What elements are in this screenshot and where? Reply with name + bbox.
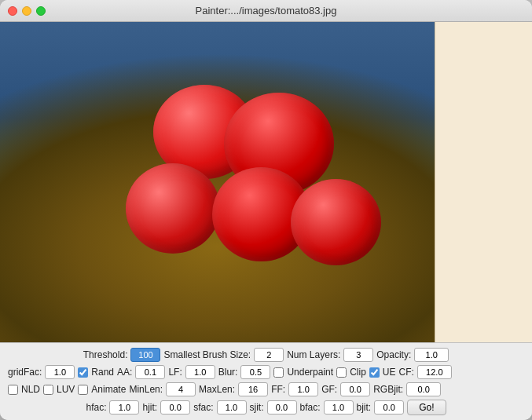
control-row-4: hfac: hjit: sfac: sjit: bfac: bjit: Go! <box>8 400 524 415</box>
nld-checkbox[interactable] <box>8 385 18 395</box>
lf-input[interactable] <box>185 365 215 379</box>
traffic-lights <box>8 6 46 16</box>
rgbjit-label: RGBjit: <box>373 384 403 395</box>
image-area <box>0 22 435 342</box>
side-panel <box>435 22 532 342</box>
clip-label: Clip <box>350 367 366 378</box>
maxlen-label: MaxLen: <box>199 384 235 395</box>
maxlen-input[interactable] <box>238 382 268 396</box>
hands-layer <box>0 22 435 342</box>
hjit-label: hjit: <box>142 402 157 413</box>
threshold-label: Threshold: <box>83 349 128 360</box>
threshold-input[interactable] <box>130 348 160 362</box>
lf-label: LF: <box>168 367 182 378</box>
rand-checkbox[interactable] <box>78 367 88 378</box>
num-layers-label: Num Layers: <box>287 349 340 360</box>
ue-label: UE <box>383 367 396 378</box>
tomato-3 <box>126 163 220 254</box>
tomato-5 <box>291 179 381 265</box>
nld-label: NLD <box>21 384 40 395</box>
animate-checkbox[interactable] <box>78 385 88 395</box>
ue-checkbox[interactable] <box>369 367 380 378</box>
blur-label: Blur: <box>218 367 238 378</box>
titlebar: Painter:.../images/tomato83.jpg <box>0 0 532 22</box>
gridfac-label: gridFac: <box>8 367 42 378</box>
gf-input[interactable] <box>340 382 370 396</box>
bjit-input[interactable] <box>374 400 404 415</box>
aa-label: AA: <box>117 367 132 378</box>
control-row-3: NLD LUV Animate MinLen: MaxLen: FF: GF: … <box>8 382 524 396</box>
aa-input[interactable] <box>135 365 165 379</box>
animate-label: Animate <box>91 384 126 395</box>
cf-label: CF: <box>398 367 413 378</box>
cf-input[interactable] <box>417 365 452 379</box>
minlen-label: MinLen: <box>129 384 163 395</box>
hfac-label: hfac: <box>86 402 106 413</box>
luv-label: LUV <box>57 384 75 395</box>
blur-input[interactable] <box>240 365 270 379</box>
minimize-button[interactable] <box>22 6 31 16</box>
rand-label: Rand <box>91 367 114 378</box>
content-area <box>0 22 532 342</box>
smallest-brush-input[interactable] <box>254 348 284 362</box>
luv-checkbox[interactable] <box>43 385 53 395</box>
sfac-input[interactable] <box>217 400 247 415</box>
ff-label: FF: <box>271 384 285 395</box>
maximize-button[interactable] <box>36 6 46 16</box>
gf-label: GF: <box>321 384 337 395</box>
close-button[interactable] <box>8 6 17 16</box>
rgbjit-input[interactable] <box>406 382 441 396</box>
control-row-1: Threshold: Smallest Brush Size: Num Laye… <box>8 348 524 362</box>
bjit-label: bjit: <box>357 402 372 413</box>
opacity-label: Opacity: <box>376 349 411 360</box>
sfac-label: sfac: <box>193 402 213 413</box>
underpaint-label: Underpaint <box>287 367 333 378</box>
sjit-label: sjit: <box>250 402 264 413</box>
control-row-2: gridFac: Rand AA: LF: Blur: Underpaint C… <box>8 365 524 379</box>
gridfac-input[interactable] <box>45 365 75 379</box>
window-title: Painter:.../images/tomato83.jpg <box>196 5 337 16</box>
tomato-background <box>0 22 435 342</box>
underpaint-checkbox[interactable] <box>273 367 284 378</box>
ff-input[interactable] <box>288 382 318 396</box>
hjit-input[interactable] <box>160 400 190 415</box>
num-layers-input[interactable] <box>343 348 373 362</box>
go-button[interactable]: Go! <box>407 400 446 415</box>
bfac-label: bfac: <box>300 402 321 413</box>
controls-area: Threshold: Smallest Brush Size: Num Laye… <box>0 342 532 420</box>
main-window: Painter:.../images/tomato83.jpg Threshol… <box>0 0 532 420</box>
bfac-input[interactable] <box>324 400 354 415</box>
opacity-input[interactable] <box>414 348 449 362</box>
smallest-brush-label: Smallest Brush Size: <box>163 349 251 360</box>
minlen-input[interactable] <box>166 382 196 396</box>
clip-checkbox[interactable] <box>336 367 347 378</box>
sjit-input[interactable] <box>267 400 297 415</box>
hfac-input[interactable] <box>109 400 139 415</box>
